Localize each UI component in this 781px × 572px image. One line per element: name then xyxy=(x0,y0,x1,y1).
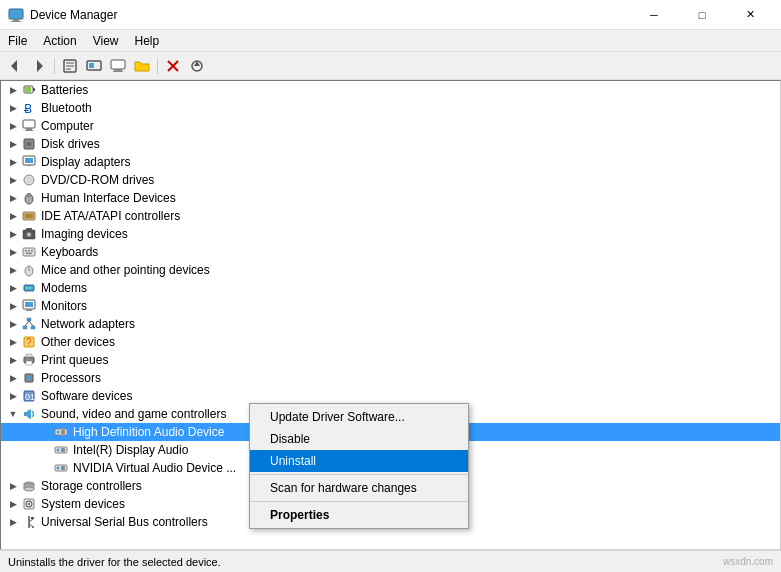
expand-btn-modems[interactable]: ▶ xyxy=(5,280,21,296)
svg-rect-12 xyxy=(114,69,122,71)
tree-item-nvidia-virtual[interactable]: NVIDIA Virtual Audio Device ... xyxy=(1,459,780,477)
expand-btn-monitors[interactable]: ▶ xyxy=(5,298,21,314)
svg-rect-56 xyxy=(23,326,27,329)
expand-btn-dvd-rom[interactable]: ▶ xyxy=(5,172,21,188)
expand-btn-keyboards[interactable]: ▶ xyxy=(5,244,21,260)
tree-item-usb-controllers[interactable]: ▶Universal Serial Bus controllers xyxy=(1,513,780,531)
tree-item-dvd-rom[interactable]: ▶DVD/CD-ROM drives xyxy=(1,171,780,189)
tree-item-system-devices[interactable]: ▶System devices xyxy=(1,495,780,513)
icon-batteries xyxy=(21,82,37,98)
svg-rect-88 xyxy=(31,517,34,519)
minimize-button[interactable]: ─ xyxy=(631,0,677,30)
expand-btn-software-devices[interactable]: ▶ xyxy=(5,388,21,404)
icon-print-queues xyxy=(21,352,37,368)
svg-rect-22 xyxy=(23,120,35,128)
svg-rect-19 xyxy=(33,88,35,91)
tree-item-storage-controllers[interactable]: ▶Storage controllers xyxy=(1,477,780,495)
label-monitors: Monitors xyxy=(41,299,780,313)
status-bar: Uninstalls the driver for the selected d… xyxy=(0,550,781,572)
tree-item-other-devices[interactable]: ▶?Other devices xyxy=(1,333,780,351)
svg-rect-73 xyxy=(61,430,65,434)
maximize-button[interactable]: □ xyxy=(679,0,725,30)
expand-btn-computer[interactable]: ▶ xyxy=(5,118,21,134)
expand-btn-ide-ata[interactable]: ▶ xyxy=(5,208,21,224)
expand-btn-mice[interactable]: ▶ xyxy=(5,262,21,278)
tree-item-keyboards[interactable]: ▶Keyboards xyxy=(1,243,780,261)
tree-item-intel-display-audio[interactable]: Intel(R) Display Audio xyxy=(1,441,780,459)
toolbar-forward[interactable] xyxy=(28,55,50,77)
expand-btn-human-interface[interactable]: ▶ xyxy=(5,190,21,206)
svg-rect-45 xyxy=(26,253,32,255)
tree-item-network[interactable]: ▶Network adapters xyxy=(1,315,780,333)
watermark: wsxdn.com xyxy=(723,556,773,567)
expand-btn-network[interactable]: ▶ xyxy=(5,316,21,332)
svg-text:01: 01 xyxy=(25,392,35,402)
window-controls: ─ □ ✕ xyxy=(631,0,773,30)
icon-monitors xyxy=(21,298,37,314)
expand-btn-system-devices[interactable]: ▶ xyxy=(5,496,21,512)
label-software-devices: Software devices xyxy=(41,389,780,403)
tree-item-ide-ata[interactable]: ▶IDE ATA/ATAPI controllers xyxy=(1,207,780,225)
expand-btn-usb-controllers[interactable]: ▶ xyxy=(5,514,21,530)
svg-rect-55 xyxy=(27,318,31,321)
icon-imaging xyxy=(21,226,37,242)
tree-item-bluetooth[interactable]: ▶ɃBluetooth xyxy=(1,99,780,117)
tree-item-human-interface[interactable]: ▶Human Interface Devices xyxy=(1,189,780,207)
tree-item-modems[interactable]: ▶Modems xyxy=(1,279,780,297)
tree-item-sound-video[interactable]: ▼Sound, video and game controllers xyxy=(1,405,780,423)
tree-item-print-queues[interactable]: ▶Print queues xyxy=(1,351,780,369)
expand-btn-processors[interactable]: ▶ xyxy=(5,370,21,386)
label-computer: Computer xyxy=(41,119,780,133)
toolbar-folder[interactable] xyxy=(131,55,153,77)
svg-rect-79 xyxy=(61,466,65,470)
tree-item-computer[interactable]: ▶Computer xyxy=(1,117,780,135)
toolbar-properties[interactable] xyxy=(59,55,81,77)
label-bluetooth: Bluetooth xyxy=(41,101,780,115)
icon-mice xyxy=(21,262,37,278)
svg-point-72 xyxy=(57,431,60,434)
icon-keyboards xyxy=(21,244,37,260)
tree-item-batteries[interactable]: ▶Batteries xyxy=(1,81,780,99)
toolbar-update-driver[interactable] xyxy=(83,55,105,77)
expand-btn-sound-video[interactable]: ▼ xyxy=(5,406,21,422)
expand-btn-disk-drives[interactable]: ▶ xyxy=(5,136,21,152)
expand-btn-other-devices[interactable]: ▶ xyxy=(5,334,21,350)
toolbar-scan[interactable] xyxy=(186,55,208,77)
icon-software-devices: 01 xyxy=(21,388,37,404)
close-button[interactable]: ✕ xyxy=(727,0,773,30)
icon-dvd-rom xyxy=(21,172,37,188)
toolbar-uninstall[interactable] xyxy=(162,55,184,77)
expand-btn-batteries[interactable]: ▶ xyxy=(5,82,21,98)
icon-nvidia-virtual xyxy=(53,460,69,476)
tree-item-mice[interactable]: ▶Mice and other pointing devices xyxy=(1,261,780,279)
toolbar-computer[interactable] xyxy=(107,55,129,77)
svg-rect-0 xyxy=(9,9,23,19)
icon-ide-ata xyxy=(21,208,37,224)
expand-btn-imaging[interactable]: ▶ xyxy=(5,226,21,242)
tree-item-processors[interactable]: ▶Processors xyxy=(1,369,780,387)
expand-btn-display-adapters[interactable]: ▶ xyxy=(5,154,21,170)
menu-help[interactable]: Help xyxy=(127,30,168,52)
expand-btn-print-queues[interactable]: ▶ xyxy=(5,352,21,368)
menu-action[interactable]: Action xyxy=(35,30,84,52)
svg-rect-13 xyxy=(113,71,123,72)
label-imaging: Imaging devices xyxy=(41,227,780,241)
tree-item-software-devices[interactable]: ▶01Software devices xyxy=(1,387,780,405)
svg-rect-57 xyxy=(31,326,35,329)
expand-btn-bluetooth[interactable]: ▶ xyxy=(5,100,21,116)
menu-view[interactable]: View xyxy=(85,30,127,52)
svg-rect-66 xyxy=(27,376,31,380)
tree-item-high-def-audio[interactable]: High Definition Audio Device xyxy=(1,423,780,441)
label-dvd-rom: DVD/CD-ROM drives xyxy=(41,173,780,187)
toolbar-back[interactable] xyxy=(4,55,26,77)
svg-rect-10 xyxy=(89,63,94,68)
tree-item-disk-drives[interactable]: ▶Disk drives xyxy=(1,135,780,153)
expand-btn-storage-controllers[interactable]: ▶ xyxy=(5,478,21,494)
tree-item-monitors[interactable]: ▶Monitors xyxy=(1,297,780,315)
tree-item-imaging[interactable]: ▶Imaging devices xyxy=(1,225,780,243)
svg-point-82 xyxy=(24,487,34,491)
menu-file[interactable]: File xyxy=(0,30,35,52)
label-nvidia-virtual: NVIDIA Virtual Audio Device ... xyxy=(73,461,780,475)
tree-item-display-adapters[interactable]: ▶Display adapters xyxy=(1,153,780,171)
device-tree[interactable]: ▶Batteries▶ɃBluetooth▶Computer▶Disk driv… xyxy=(0,80,781,550)
